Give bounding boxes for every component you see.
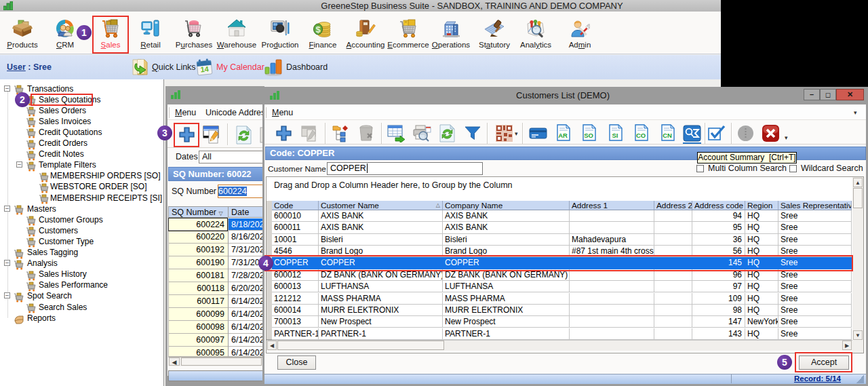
svg-text:AR: AR (558, 132, 568, 139)
svg-text:SO: SO (584, 132, 593, 139)
svg-text:CO: CO (636, 132, 646, 139)
svg-text:CN: CN (663, 132, 672, 139)
svg-text:SI: SI (612, 132, 618, 139)
svg-text:14: 14 (200, 64, 210, 73)
svg-text:$: $ (315, 24, 321, 35)
